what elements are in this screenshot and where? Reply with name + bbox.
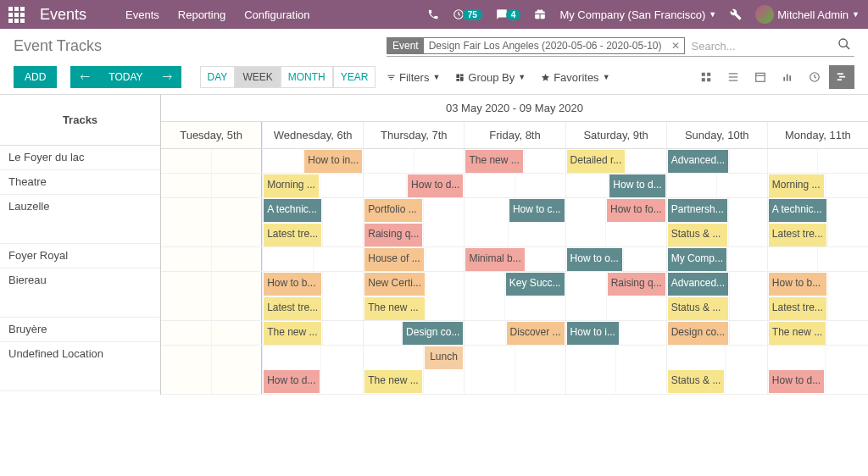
activity-icon[interactable]: 75 [453, 8, 482, 20]
event-chip[interactable]: Advanced... [668, 150, 728, 173]
search-icon[interactable] [834, 37, 854, 54]
event-chip[interactable]: Portfolio ... [364, 199, 422, 222]
track-row[interactable]: Foyer Royal [0, 244, 160, 268]
company-select[interactable]: My Company (San Francisco) ▼ [559, 8, 716, 21]
graph-view-icon[interactable] [775, 65, 800, 89]
days-column: 03 May 2020 - 09 May 2020 Tuesday, 5th W… [161, 95, 868, 395]
event-chip[interactable]: Latest tre... [264, 297, 321, 320]
search-input[interactable]: Search... [685, 38, 834, 54]
event-chip[interactable]: Status & ... [668, 224, 727, 246]
event-chip[interactable]: A technic... [264, 199, 321, 222]
nav-configuration[interactable]: Configuration [244, 8, 309, 21]
svg-rect-5 [707, 78, 710, 81]
event-chip[interactable]: The new ... [364, 297, 425, 320]
phone-icon[interactable] [427, 8, 439, 20]
event-chip[interactable]: How to b... [769, 273, 826, 296]
event-chip[interactable]: Latest tre... [769, 297, 826, 320]
gantt-view-icon[interactable] [829, 65, 854, 89]
add-button[interactable]: ADD [14, 66, 57, 88]
facet-value: Design Fair Los Angeles (2020-05-06 - 20… [424, 38, 667, 53]
gift-icon[interactable] [534, 8, 546, 20]
day-header[interactable]: Saturday, 9th [565, 122, 666, 148]
nav-reporting[interactable]: Reporting [178, 8, 225, 21]
activity-view-icon[interactable] [802, 65, 827, 89]
track-row[interactable]: Le Foyer du lac [0, 146, 160, 170]
day-header[interactable]: Sunday, 10th [666, 122, 767, 148]
event-chip[interactable]: Status & ... [668, 297, 728, 320]
scale-day[interactable]: DAY [200, 66, 236, 88]
event-chip[interactable]: How to i... [567, 322, 619, 345]
event-chip[interactable]: A technic... [769, 199, 826, 222]
event-chip[interactable]: How to d... [264, 370, 319, 393]
event-chip[interactable]: How to c... [509, 199, 565, 222]
prev-button[interactable]: 🡐 [70, 66, 99, 88]
event-chip[interactable]: How to fo... [607, 199, 665, 222]
day-header[interactable]: Friday, 8th [464, 122, 565, 148]
track-row[interactable]: Undefined Location [0, 342, 160, 391]
event-chip[interactable]: Partnersh... [668, 199, 727, 222]
filters-button[interactable]: Filters ▼ [387, 71, 440, 84]
next-button[interactable]: 🡒 [153, 66, 181, 88]
event-chip[interactable]: Morning ... [264, 174, 319, 197]
nav-events[interactable]: Events [125, 8, 159, 21]
event-chip[interactable]: Detailed r... [567, 150, 626, 173]
app-title[interactable]: Events [40, 6, 86, 24]
event-chip[interactable]: Discover ... [507, 322, 565, 345]
debug-icon[interactable] [730, 8, 742, 20]
track-row[interactable]: Lauzelle [0, 195, 160, 244]
event-chip[interactable]: Status & ... [668, 370, 725, 393]
event-chip[interactable]: The new ... [364, 370, 421, 393]
svg-point-1 [839, 39, 847, 47]
scale-month[interactable]: MONTH [281, 66, 333, 88]
event-chip[interactable]: Raising q... [608, 273, 665, 296]
svg-rect-3 [707, 73, 710, 76]
today-button[interactable]: TODAY [99, 66, 152, 88]
apps-icon[interactable] [8, 7, 25, 23]
list-view-icon[interactable] [721, 65, 746, 89]
event-chip[interactable]: Design co... [668, 322, 728, 345]
event-chip[interactable]: Lunch [425, 346, 464, 369]
event-chip[interactable]: Key Succ... [506, 273, 565, 296]
day-header[interactable]: Tuesday, 5th [161, 122, 262, 148]
svg-rect-12 [787, 75, 788, 81]
groupby-button[interactable]: Group By ▼ [455, 71, 526, 84]
grid-body: How to in...The new ...Detailed r...Adva… [161, 149, 868, 395]
event-chip[interactable]: Morning ... [769, 174, 824, 197]
event-chip[interactable]: How to b... [264, 273, 321, 296]
calendar-view-icon[interactable] [748, 65, 773, 89]
event-chip[interactable]: Design co... [403, 322, 463, 345]
event-chip[interactable]: New Certi... [364, 273, 425, 296]
messaging-icon[interactable]: 4 [496, 8, 521, 20]
track-row[interactable]: Biereau [0, 268, 160, 318]
day-header[interactable]: Monday, 11th [767, 122, 868, 148]
event-chip[interactable]: The new ... [769, 322, 826, 345]
event-chip[interactable]: House of ... [364, 248, 423, 271]
event-chip[interactable]: My Comp... [668, 248, 726, 271]
svg-rect-13 [789, 75, 791, 80]
scale-year[interactable]: YEAR [333, 66, 376, 88]
event-chip[interactable]: Minimal b... [465, 248, 524, 271]
day-header[interactable]: Wednesday, 6th [262, 122, 363, 148]
event-chip[interactable]: How to d... [609, 174, 665, 197]
track-row[interactable]: Bruyère [0, 318, 160, 342]
event-chip[interactable]: Advanced... [668, 273, 728, 296]
event-chip[interactable]: How to d... [408, 174, 463, 197]
event-chip[interactable]: Raising q... [364, 224, 422, 246]
event-chip[interactable]: How to d... [769, 370, 824, 393]
event-chip[interactable]: How to o... [567, 248, 622, 271]
facet-remove-icon[interactable]: ✕ [667, 40, 684, 52]
event-chip[interactable]: Latest tre... [769, 224, 826, 246]
day-header[interactable]: Thursday, 7th [363, 122, 464, 148]
topbar-right: 75 4 My Company (San Francisco) ▼ Mitche… [427, 5, 860, 24]
event-chip[interactable]: How to in... [304, 150, 362, 173]
search-bar[interactable]: Event Design Fair Los Angeles (2020-05-0… [387, 36, 854, 57]
user-menu[interactable]: Mitchell Admin ▼ [755, 5, 860, 24]
favorites-button[interactable]: Favorites ▼ [541, 71, 609, 84]
scale-week[interactable]: WEEK [235, 66, 280, 88]
track-row[interactable]: Theatre [0, 170, 160, 195]
event-chip[interactable]: The new ... [465, 150, 522, 173]
tracks-header: Tracks [0, 95, 160, 146]
kanban-view-icon[interactable] [693, 65, 719, 89]
event-chip[interactable]: Latest tre... [264, 224, 321, 246]
event-chip[interactable]: The new ... [264, 322, 320, 345]
